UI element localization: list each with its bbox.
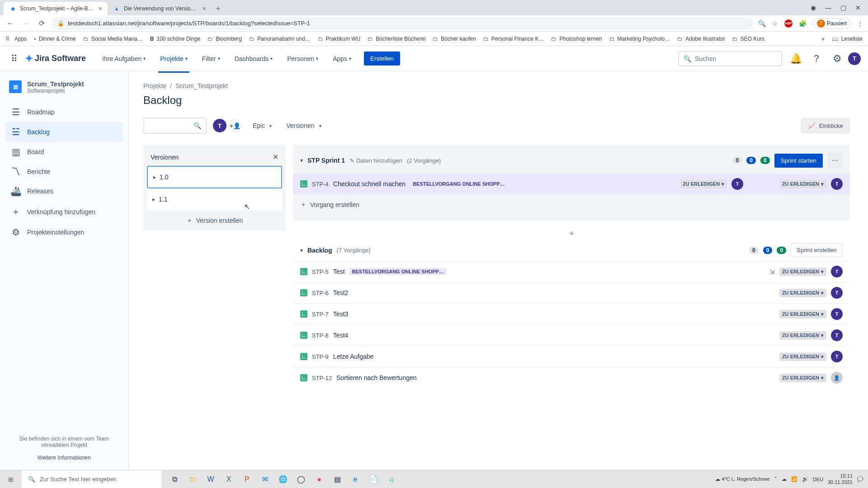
add-people-button[interactable]: +👤 [227,118,243,133]
chrome-icon[interactable]: 🌐 [274,470,292,488]
abp-extension-icon[interactable]: ABP [784,19,793,28]
issue-row[interactable]: STP-7 Test3 ZU ERLEDIGEN▾ T [293,303,850,324]
obs-icon[interactable]: ◯ [292,470,310,488]
weather-widget[interactable]: ☁ 4°C L. Regen/Schnee [715,476,770,482]
add-dates-button[interactable]: ✎Daten hinzufügen [349,157,402,164]
epic-tag[interactable]: BESTELLVORGANG ONLINE SHOPP… [410,180,507,188]
bookmark-item[interactable]: 🗀Bücher kaufen [433,36,476,42]
browser-tab-inactive[interactable]: ▲ Die Verwendung von Versionen × [108,2,212,15]
nav-filters[interactable]: Filter▾ [200,52,222,66]
assignee-avatar[interactable]: T [731,178,743,190]
issue-key[interactable]: STP-7 [312,311,329,318]
assignee-filter-avatar[interactable]: T [212,118,227,133]
close-icon[interactable]: × [203,5,206,12]
assignee-avatar[interactable]: T [831,329,843,341]
language-indicator[interactable]: DEU [813,477,823,482]
bookmark-item[interactable]: ▪Dinner & Crime [34,36,75,42]
learn-more-link[interactable]: Weitere Informationen [9,455,119,461]
bookmark-item[interactable]: 🗀Bücherliste Bücherei [368,36,425,42]
word-icon[interactable]: W [202,470,220,488]
tray-chevron-icon[interactable]: ˄ [774,476,777,482]
bookmark-overflow[interactable]: » [821,36,825,42]
close-icon[interactable]: ✕ [273,153,278,161]
bookmark-item[interactable]: 🗀Social Media Mana… [83,36,143,42]
project-header[interactable]: ▦ Scrum_Testprojekt Softwareprojekt [5,80,123,102]
issue-row[interactable]: STP-4 Checkout schnell machen BESTELLVOR… [293,174,850,194]
forward-button[interactable]: → [21,19,32,28]
nav-your-work[interactable]: Ihre Aufgaben▾ [100,52,147,66]
clock[interactable]: 15:11 30.11.2021 [828,473,853,485]
status-dropdown[interactable]: ZU ERLEDIGEN▾ [779,374,826,382]
maximize-icon[interactable]: ▢ [840,4,846,11]
create-button[interactable]: Erstellen [364,52,400,66]
zoom-icon[interactable]: 🔍 [758,20,766,27]
assignee-avatar[interactable]: T [831,287,843,299]
browser-tab-active[interactable]: ◆ Scrum_Testprojekt – Agile-Board × [4,2,108,15]
epic-tag[interactable]: BESTELLVORGANG ONLINE SHOPP… [349,268,447,275]
backlog-search-input[interactable]: 🔍 [143,117,207,134]
url-input[interactable]: 🔒 testdeutsch1.atlassian.net/jira/softwa… [52,17,753,30]
issue-row[interactable]: STP-6 Test2 ZU ERLEDIGEN▾ T [293,282,850,303]
start-sprint-button[interactable]: Sprint starten [774,154,823,168]
chrome-menu-icon[interactable]: ⋮ [857,20,863,27]
sidebar-item-add-link[interactable]: ＋Verknüpfung hinzufügen [5,201,123,222]
notifications-icon[interactable]: 🔔 [788,52,803,66]
sidebar-item-board[interactable]: ▥Board [5,142,123,162]
issue-key[interactable]: STP-8 [312,332,329,339]
sidebar-item-settings[interactable]: ⚙Projekteinstellungen [5,222,123,242]
edge-icon[interactable]: e [346,470,364,488]
profile-avatar[interactable]: T [848,52,861,65]
status-dropdown[interactable]: ZU ERLEDIGEN▾ [779,180,826,188]
bookmark-item[interactable]: 🗀Praktikum WU [318,36,361,42]
create-issue-button[interactable]: ＋ Vorgang erstellen [293,194,850,215]
nav-dashboards[interactable]: Dashboards▾ [233,52,275,66]
app-switcher-icon[interactable]: ⠿ [7,53,21,64]
excel-icon[interactable]: X [220,470,238,488]
issue-key[interactable]: STP-5 [312,268,329,275]
status-dropdown[interactable]: ZU ERLEDIGEN▾ [779,310,826,319]
notifications-tray-icon[interactable]: 💬 [857,476,863,482]
new-tab-button[interactable]: + [212,2,225,15]
version-item[interactable]: ▸ 1.1 [147,188,282,210]
chevron-down-icon[interactable]: ▾ [300,247,303,253]
help-icon[interactable]: ？ [809,52,824,66]
close-window-icon[interactable]: ✕ [855,4,861,11]
create-version-button[interactable]: ＋ Version erstellen [143,210,286,231]
issue-row[interactable]: STP-12 Sortieren nach Bewertungen ZU ERL… [293,367,850,388]
bookmark-item[interactable]: 🗀SEO Kurs [732,36,764,42]
assignee-avatar[interactable]: T [831,351,843,362]
app-icon[interactable]: ● [310,470,328,488]
back-button[interactable]: ← [5,19,15,28]
issue-key[interactable]: STP-4 [312,181,329,188]
file-explorer-icon[interactable]: 🗀 [184,470,202,488]
chevron-right-icon[interactable]: ▸ [152,196,155,202]
nav-apps[interactable]: Apps▾ [331,52,353,66]
sprint-name[interactable]: STP Sprint 1 [307,157,345,164]
version-item-selected[interactable]: ▸ 1.0 [147,166,282,188]
chevron-right-icon[interactable]: ▸ [153,174,156,180]
minimize-icon[interactable]: — [825,4,831,11]
close-icon[interactable]: × [99,5,102,12]
onedrive-icon[interactable]: ☁ [782,476,787,482]
assignee-avatar[interactable]: T [831,178,843,190]
status-dropdown[interactable]: ZU ERLEDIGEN▾ [779,352,826,361]
bookmark-item[interactable]: 🗀Personal Finance K… [483,36,544,42]
profile-badge[interactable]: T Pausiert [813,18,851,29]
sidebar-item-releases[interactable]: 🚢Releases [5,181,123,201]
mail-icon[interactable]: ✉ [256,470,274,488]
issue-key[interactable]: STP-6 [312,290,329,296]
bookmark-item[interactable]: 🗀Bloomberg [208,36,242,42]
spotify-icon[interactable]: ♫ [382,470,401,488]
reading-list-button[interactable]: 📖Leseliste [832,36,863,42]
start-button[interactable]: ⊞ [0,470,22,488]
settings-gear-icon[interactable]: ⚙ [830,52,844,66]
issue-row[interactable]: STP-9 Letze Aufgabe ZU ERLEDIGEN▾ T [293,346,850,367]
assignee-avatar[interactable]: 👤 [831,372,843,384]
app-icon[interactable]: ▤ [328,470,346,488]
insights-button[interactable]: 📈Einblicke [801,118,850,133]
status-dropdown[interactable]: ZU ERLEDIGEN▾ [779,289,826,297]
issue-row[interactable]: STP-5 Test BESTELLVORGANG ONLINE SHOPP… … [293,261,850,282]
nav-projects[interactable]: Projekte▾ [158,52,189,66]
apps-bookmark[interactable]: ⠿Apps [5,36,27,42]
taskbar-search-input[interactable]: 🔍 Zur Suche Text hier eingeben [22,470,162,488]
